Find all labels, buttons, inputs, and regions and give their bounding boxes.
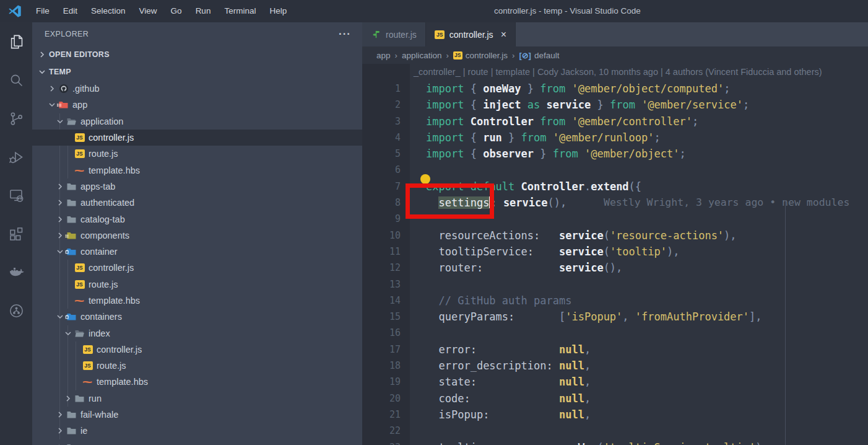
tree-item-fail-whale[interactable]: fail-whale	[32, 407, 362, 423]
activity-bar	[0, 22, 32, 445]
code-line-5[interactable]: 5import { observer } from '@ember/object…	[362, 146, 868, 162]
tree-item-app[interactable]: app	[32, 97, 362, 113]
docker-icon[interactable]	[0, 253, 32, 291]
js-file-icon: JS	[83, 361, 93, 370]
breadcrumb-label: default	[534, 51, 560, 60]
tree-item-template.hbs[interactable]: ~template.hbs	[32, 374, 362, 390]
line-number: 15	[362, 309, 410, 325]
gitlens-icon[interactable]	[0, 291, 32, 330]
tab-label: router.js	[386, 30, 417, 40]
breadcrumb-default[interactable]: [⊘]default	[519, 51, 559, 60]
menu-go[interactable]: Go	[164, 0, 189, 22]
line-number: 16	[362, 325, 410, 341]
tree-item-controller.js[interactable]: JScontroller.js	[32, 130, 362, 146]
line-number: 19	[362, 374, 410, 390]
tree-item-container[interactable]: container	[32, 244, 362, 260]
tree-item-label: catalog-tab	[80, 214, 125, 224]
breadcrumb-separator: ›	[395, 51, 397, 60]
breadcrumb-controller.js[interactable]: JScontroller.js	[453, 51, 508, 60]
inline-blame: Westly Wright, 3 years ago • new modules	[604, 195, 849, 211]
tree-item-template.hbs[interactable]: ~template.hbs	[32, 293, 362, 309]
js-file-icon: JS	[75, 149, 85, 158]
tree-item-clipped[interactable]	[32, 439, 362, 445]
tab-controller.js[interactable]: JScontroller.js×	[426, 22, 516, 46]
code-line-4[interactable]: 4import { run } from '@ember/runloop';	[362, 130, 868, 146]
code-line-2[interactable]: 2import { inject as service } from '@emb…	[362, 97, 868, 113]
close-icon[interactable]: ×	[501, 30, 506, 40]
menu-help[interactable]: Help	[263, 0, 293, 22]
section-open-editors[interactable]: OPEN EDITORS	[32, 46, 362, 63]
line-number: 8	[362, 195, 410, 211]
explorer-icon[interactable]	[0, 22, 32, 61]
tree-item-route.js[interactable]: JSroute.js	[32, 146, 362, 162]
code-line-16[interactable]: 16	[362, 325, 868, 341]
line-number: 13	[362, 276, 410, 293]
code-line-14[interactable]: 14 // GitHub auth params	[362, 293, 868, 309]
code-line-6[interactable]: 6	[362, 162, 868, 178]
line-number: 17	[362, 341, 410, 358]
sidebar-title: EXPLORER	[45, 30, 89, 38]
breadcrumb-application[interactable]: application	[402, 51, 442, 60]
code-line-15[interactable]: 15 queryParams: ['isPopup', 'fromAuthPro…	[362, 309, 868, 325]
breadcrumb-separator: ›	[446, 51, 448, 60]
line-number: 21	[362, 407, 410, 423]
line-number: 1	[362, 81, 410, 97]
more-actions-icon[interactable]: ···	[339, 28, 351, 40]
tree-item-label: controller.js	[89, 133, 134, 143]
code-line-3[interactable]: 3import Controller from '@ember/controll…	[362, 113, 868, 130]
codelens-blame[interactable]: _controller_ | route | template | Cody J…	[410, 64, 822, 81]
tree-item-containers[interactable]: containers	[32, 309, 362, 325]
menu-selection[interactable]: Selection	[84, 0, 132, 22]
code-line-21[interactable]: 21 isPopup: null,	[362, 407, 868, 423]
section-temp[interactable]: TEMP	[32, 63, 362, 81]
tab-router.js[interactable]: router.js	[362, 22, 426, 46]
source-control-icon[interactable]	[0, 99, 32, 138]
tree-item-controller.js[interactable]: JScontroller.js	[32, 341, 362, 358]
tree-item-run[interactable]: run	[32, 390, 362, 407]
breadcrumb-app[interactable]: app	[376, 51, 391, 60]
code-line-11[interactable]: 11 tooltipService: service('tooltip'),	[362, 244, 868, 260]
code-line-18[interactable]: 18 error_description: null,	[362, 358, 868, 374]
code-line-20[interactable]: 20 code: null,	[362, 390, 868, 407]
tree-item-authenticated[interactable]: authenticated	[32, 195, 362, 211]
menu-bar: FileEditSelectionViewGoRunTerminalHelp	[29, 0, 293, 22]
code-line-12[interactable]: 12 router: service(),	[362, 260, 868, 276]
yellow-dot-annotation	[420, 174, 430, 184]
menu-edit[interactable]: Edit	[56, 0, 84, 22]
tree-item-route.js[interactable]: JSroute.js	[32, 358, 362, 374]
menu-file[interactable]: File	[29, 0, 56, 22]
menu-terminal[interactable]: Terminal	[217, 0, 263, 22]
tree-item-apps-tab[interactable]: apps-tab	[32, 178, 362, 195]
tree-item-catalog-tab[interactable]: catalog-tab	[32, 211, 362, 227]
code-line-23[interactable]: 23 tooltip: oneWay('tooltipService.toolt…	[362, 439, 868, 445]
code-line-13[interactable]: 13	[362, 276, 868, 293]
tree-item-controller.js[interactable]: JScontroller.js	[32, 260, 362, 276]
js-file-icon: JS	[435, 30, 445, 39]
tree-item-template.hbs[interactable]: ~template.hbs	[32, 162, 362, 178]
line-number: 6	[362, 162, 410, 178]
tree-item-components[interactable]: components	[32, 227, 362, 244]
breadcrumb: app›application›JScontroller.js›[⊘]defau…	[362, 46, 868, 64]
editor-indent-guide	[785, 200, 786, 445]
code-line-22[interactable]: 22	[362, 423, 868, 439]
code-line-1[interactable]: 1import { oneWay } from '@ember/object/c…	[362, 81, 868, 97]
tree-item-ie[interactable]: ie	[32, 423, 362, 439]
vscode-logo-icon	[8, 4, 22, 18]
tree-item-label: container	[80, 247, 118, 257]
extensions-icon[interactable]	[0, 214, 32, 253]
chevron-right-icon	[37, 50, 47, 59]
remote-explorer-icon[interactable]	[0, 176, 32, 214]
menu-run[interactable]: Run	[189, 0, 218, 22]
run-and-debug-icon[interactable]	[0, 138, 32, 176]
code-line-19[interactable]: 19 state: null,	[362, 374, 868, 390]
code-line-17[interactable]: 17 error: null,	[362, 341, 868, 358]
menu-view[interactable]: View	[132, 0, 164, 22]
code-line-10[interactable]: 10 resourceActions: service('resource-ac…	[362, 227, 868, 244]
tree-item-index[interactable]: index	[32, 325, 362, 341]
line-number: 10	[362, 227, 410, 244]
tree-item-route.js[interactable]: JSroute.js	[32, 276, 362, 293]
tree-item-application[interactable]: application	[32, 113, 362, 130]
search-icon[interactable]	[0, 61, 32, 99]
red-box-annotation	[406, 183, 494, 219]
tree-item-.github[interactable]: .github	[32, 81, 362, 97]
